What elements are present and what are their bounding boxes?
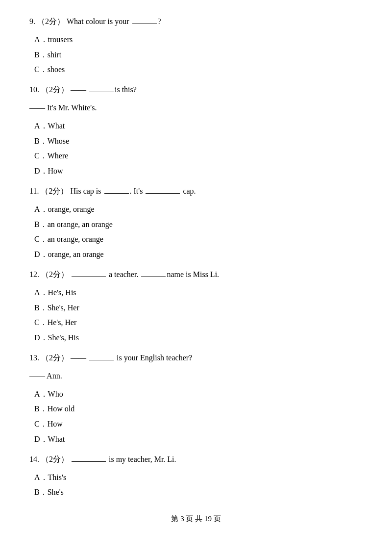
q12-score: （2分） — [41, 270, 69, 278]
q13-option-c: C．How — [29, 417, 363, 431]
q12-option-d: D．She's, His — [29, 331, 363, 345]
q9-option-b: B．shirt — [29, 48, 363, 62]
q10-option-d: D．How — [29, 164, 363, 178]
q11-option-b: B．an orange, an orange — [29, 218, 363, 232]
q9-text2: ? — [158, 17, 161, 25]
q10-text2: is this? — [115, 85, 137, 94]
q9-text1: What colour is your — [67, 17, 131, 25]
q13-option-b: B．How old — [29, 402, 363, 416]
q14-option-a: A．This's — [29, 471, 363, 485]
question-11-stem: 11. （2分） His cap is . It's cap. — [29, 184, 363, 199]
q11-option-d: D．orange, an orange — [29, 248, 363, 262]
question-13-stem: 13. （2分） —— is your English teacher? — [29, 351, 363, 365]
q13-option-a: A．Who — [29, 387, 363, 402]
q12-option-c: C．He's, Her — [29, 316, 363, 330]
q12-gap2 — [141, 277, 166, 277]
q13-text2: is your English teacher? — [115, 353, 192, 362]
q11-score: （2分） — [41, 187, 68, 195]
q11-text2: . It's — [130, 187, 145, 195]
q11-text1: His cap is — [70, 187, 103, 195]
q14-number: 14. — [29, 455, 39, 463]
q10-answer-lead: —— It's Mr. White's. — [29, 103, 97, 112]
question-14-stem: 14. （2分） is my teacher, Mr. Li. — [29, 453, 363, 467]
question-14: 14. （2分） is my teacher, Mr. Li. A．This's… — [29, 453, 363, 500]
q12-text2: name is Miss Li. — [167, 270, 219, 278]
q13-text1: —— — [71, 353, 88, 362]
q10-number: 10. — [29, 85, 39, 94]
q11-gap2 — [146, 193, 180, 194]
page-footer: 第 3 页 共 19 页 — [29, 514, 363, 524]
q9-option-c: C．shoes — [29, 63, 363, 77]
q13-number: 13. — [29, 353, 39, 362]
q11-gap1 — [104, 193, 129, 194]
question-12-stem: 12. （2分） a teacher. name is Miss Li. — [29, 268, 363, 282]
footer-text: 第 3 页 共 19 页 — [171, 515, 220, 523]
q9-number: 9. — [29, 17, 35, 25]
q12-gap1 — [72, 277, 106, 277]
q10-gap — [89, 92, 114, 92]
question-12: 12. （2分） a teacher. name is Miss Li. A．H… — [29, 268, 363, 345]
q11-option-a: A．orange, orange — [29, 202, 363, 217]
question-9: 9. （2分） What colour is your ? A．trousers… — [29, 15, 363, 77]
q9-gap — [132, 24, 157, 24]
q13-option-d: D．What — [29, 432, 363, 447]
q14-option-b: B．She's — [29, 485, 363, 500]
q12-option-a: A．He's, His — [29, 286, 363, 300]
q13-score: （2分） — [41, 353, 69, 362]
q11-option-c: C．an orange, orange — [29, 232, 363, 247]
q13-answer-lead: —— Ann. — [29, 372, 62, 380]
question-13: 13. （2分） —— is your English teacher? —— … — [29, 351, 363, 447]
q10-text1: —— — [71, 85, 88, 94]
q12-option-b: B．She's, Her — [29, 301, 363, 315]
q14-score: （2分） — [41, 455, 69, 463]
q10-option-a: A．What — [29, 119, 363, 133]
question-13-stem2: —— Ann. — [29, 369, 363, 383]
q10-option-c: C．Where — [29, 149, 363, 163]
question-10-stem2: —— It's Mr. White's. — [29, 101, 363, 115]
q10-score: （2分） — [41, 85, 69, 94]
q12-number: 12. — [29, 270, 39, 278]
question-9-stem: 9. （2分） What colour is your ? — [29, 15, 363, 29]
question-11: 11. （2分） His cap is . It's cap. A．orange… — [29, 184, 363, 262]
q14-gap — [72, 461, 106, 462]
question-10: 10. （2分） —— is this? —— It's Mr. White's… — [29, 83, 363, 178]
q12-text1: a teacher. — [107, 270, 140, 278]
q9-option-a: A．trousers — [29, 33, 363, 47]
q9-score: （2分） — [37, 17, 65, 25]
q13-gap — [89, 360, 114, 360]
q11-text3: cap. — [181, 187, 196, 195]
q14-text1: is my teacher, Mr. Li. — [107, 455, 176, 463]
question-10-stem: 10. （2分） —— is this? — [29, 83, 363, 97]
q11-number: 11. — [29, 187, 39, 195]
q10-option-b: B．Whose — [29, 134, 363, 149]
